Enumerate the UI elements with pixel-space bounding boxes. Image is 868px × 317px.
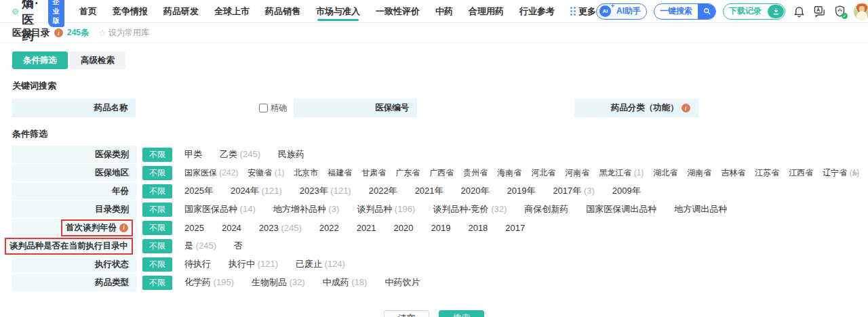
filter-option[interactable]: 甘肃省 — [361, 167, 386, 179]
tab-条件筛选[interactable]: 条件筛选 — [12, 51, 68, 69]
filter-option[interactable]: 2021年 — [415, 185, 443, 197]
set-favorite-button[interactable]: ☆ 设为常用库 — [98, 27, 149, 39]
keyword-input-2[interactable] — [698, 99, 856, 117]
filter-option[interactable]: 2017 — [505, 223, 525, 233]
exact-match-checkbox[interactable]: 精确 — [259, 99, 287, 117]
filter-option[interactable]: 湖北省 — [653, 167, 677, 179]
filter-option[interactable]: 2025年 — [184, 185, 213, 197]
filter-option[interactable]: 2019年 — [507, 185, 535, 197]
filter-option-label: 2019年 — [507, 186, 535, 196]
filter-option[interactable]: 江苏省 — [755, 167, 779, 179]
filter-option-label: 地方调出品种 — [674, 204, 727, 214]
filter-option[interactable]: 江西省 — [789, 167, 813, 179]
filter-option[interactable]: 待执行 — [184, 258, 211, 270]
filter-option[interactable]: 乙类 (245) — [220, 148, 260, 161]
info-icon[interactable]: i — [682, 104, 690, 112]
checkbox-input[interactable] — [259, 104, 268, 112]
info-icon[interactable]: i — [119, 224, 128, 232]
filter-option[interactable]: 地方调出品种 — [674, 203, 727, 215]
nav-item-更多[interactable]: 更多 — [570, 0, 596, 22]
filter-option[interactable]: 2024年 (121) — [231, 185, 282, 197]
filter-option[interactable]: 河北省 — [531, 167, 555, 179]
filter-option[interactable]: 广东省 — [395, 167, 420, 179]
filter-option[interactable]: 2009年 — [612, 185, 641, 197]
nav-item-市场与准入[interactable]: 市场与准入 — [316, 0, 360, 22]
download-history-button[interactable]: 下载记录 — [723, 3, 785, 20]
unlimited-badge[interactable]: 不限 — [142, 276, 172, 290]
nav-item-首页[interactable]: 首页 — [79, 0, 97, 22]
filter-option[interactable]: 海南省 — [497, 167, 521, 179]
download-icon — [768, 5, 784, 18]
nav-item-合理用药[interactable]: 合理用药 — [469, 0, 504, 22]
filter-option[interactable]: 谈判品种 (196) — [357, 203, 415, 215]
filter-option[interactable]: 国家医保 (242) — [184, 167, 238, 179]
nav-item-全球上市[interactable]: 全球上市 — [214, 0, 250, 22]
unlimited-badge[interactable]: 不限 — [142, 203, 172, 217]
filter-option-label: 甘肃省 — [361, 168, 386, 177]
filter-option[interactable]: 生物制品 (32) — [252, 276, 305, 289]
unlimited-badge[interactable]: 不限 — [142, 184, 172, 198]
filter-option[interactable]: 北京市 — [294, 167, 318, 179]
filter-option[interactable]: 2020年 — [461, 185, 490, 197]
filter-option[interactable]: 安徽省 (1) — [248, 167, 284, 179]
filter-option[interactable]: 湖南省 — [687, 167, 711, 179]
tab-高级检索[interactable]: 高级检索 — [70, 51, 125, 69]
security-shield-icon[interactable]: ✓ — [833, 5, 846, 18]
filter-option[interactable]: 河南省 — [565, 167, 589, 179]
filter-option[interactable]: 地方增补品种 (3) — [273, 203, 340, 215]
filter-option[interactable]: 2024 — [222, 223, 241, 233]
title-info-icon[interactable]: i — [54, 28, 63, 37]
filter-options: 不限化学药 (195)生物制品 (32)中成药 (18)中药饮片 — [137, 276, 868, 290]
filter-option[interactable]: 已废止 (124) — [296, 258, 345, 270]
nav-item-行业参考[interactable]: 行业参考 — [519, 0, 555, 22]
filter-option-label: 国家医保品种 — [184, 204, 237, 214]
filter-option[interactable]: 化学药 (195) — [184, 276, 234, 289]
nav-item-一致性评价[interactable]: 一致性评价 — [376, 0, 420, 22]
filter-option[interactable]: 贵州省 — [463, 167, 488, 179]
nav-item-中药[interactable]: 中药 — [435, 0, 453, 22]
feedback-message-icon[interactable] — [812, 5, 826, 18]
unlimited-badge[interactable]: 不限 — [142, 148, 172, 162]
filter-option[interactable]: 广西省 — [429, 167, 454, 179]
filter-option[interactable]: 2020 — [394, 223, 414, 233]
nav-item-药品销售[interactable]: 药品销售 — [265, 0, 300, 22]
filter-option[interactable]: 是 (245) — [184, 240, 216, 252]
unlimited-badge[interactable]: 不限 — [142, 221, 172, 235]
search-button[interactable]: 搜索 — [439, 310, 484, 317]
filter-option[interactable]: 民族药 — [278, 148, 304, 161]
filter-option[interactable]: 2021 — [357, 223, 376, 233]
filter-option[interactable]: 谈判品种-竞价 (32) — [433, 203, 507, 215]
filter-option[interactable]: 2022年 — [369, 185, 397, 197]
keyword-input-1[interactable] — [417, 99, 574, 117]
filter-option[interactable]: 甲类 — [184, 148, 202, 161]
filter-option[interactable]: 2025 — [184, 223, 204, 233]
unlimited-badge[interactable]: 不限 — [142, 239, 172, 253]
filter-option[interactable]: 2018 — [468, 223, 488, 233]
filter-option[interactable]: 国家医保调出品种 — [586, 203, 656, 215]
filter-option[interactable]: 国家医保品种 (14) — [184, 203, 256, 215]
unlimited-badge[interactable]: 不限 — [142, 166, 172, 180]
ai-assistant-button[interactable]: AI AI助手 — [596, 3, 647, 20]
filter-option[interactable]: 中成药 (18) — [323, 276, 368, 289]
filter-option[interactable]: 2019 — [431, 223, 451, 233]
notification-bell-icon[interactable] — [792, 5, 806, 18]
unlimited-badge[interactable]: 不限 — [142, 257, 172, 272]
nav-item-药品研发[interactable]: 药品研发 — [163, 0, 199, 22]
expand-arrow-icon[interactable]: ▶ — [853, 169, 859, 177]
clear-button[interactable]: 清空 — [384, 310, 429, 317]
filter-option[interactable]: 2017年 (3) — [553, 185, 594, 197]
filter-option[interactable]: 2023年 (121) — [300, 185, 351, 197]
filter-option[interactable]: 执行中 (121) — [229, 258, 278, 270]
filter-label-text: 目录类别 — [95, 204, 129, 215]
quick-search-button[interactable]: 一键搜索 — [654, 3, 716, 20]
filter-option[interactable]: 2023 (245) — [259, 223, 302, 233]
user-avatar[interactable] — [853, 3, 868, 20]
filter-option[interactable]: 福建省 — [328, 167, 352, 179]
filter-option[interactable]: 商保创新药 — [524, 203, 568, 215]
filter-option[interactable]: 吉林省 — [721, 167, 745, 179]
filter-option[interactable]: 2022 — [319, 223, 339, 233]
filter-option[interactable]: 中药饮片 — [384, 276, 420, 289]
filter-option[interactable]: 否 — [234, 240, 243, 252]
filter-option[interactable]: 黑龙江省 (1) — [599, 167, 644, 179]
nav-item-竞争情报[interactable]: 竞争情报 — [113, 0, 148, 22]
